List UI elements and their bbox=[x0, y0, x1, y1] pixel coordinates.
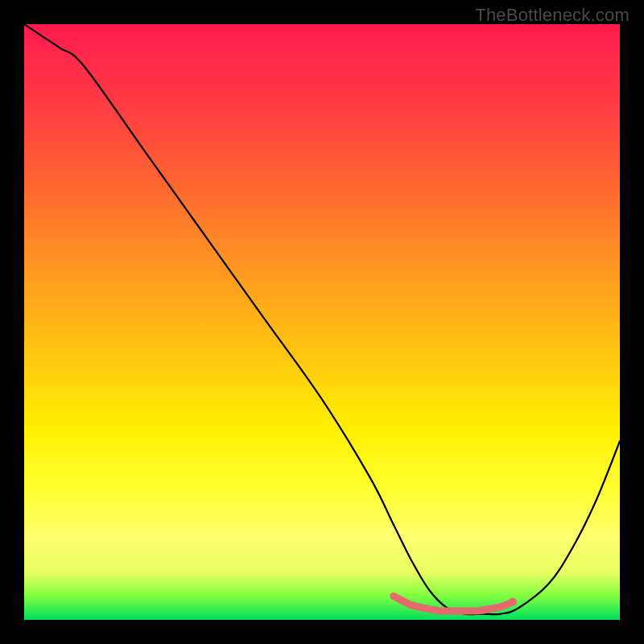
plot-area bbox=[24, 24, 620, 620]
bottleneck-curve-path bbox=[24, 24, 620, 614]
optimal-band-end-dot bbox=[509, 598, 517, 606]
watermark-text: TheBottleneck.com bbox=[475, 5, 630, 26]
curve-svg bbox=[24, 24, 620, 620]
optimal-band-path bbox=[394, 596, 513, 611]
chart-container: TheBottleneck.com bbox=[0, 0, 644, 644]
